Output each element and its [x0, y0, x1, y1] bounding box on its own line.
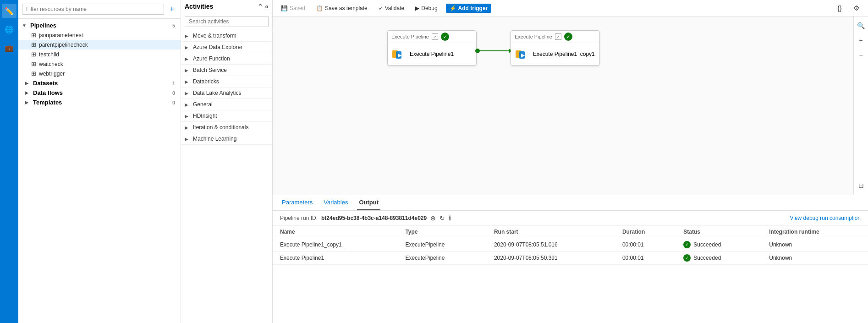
fit-view-icon[interactable]: ⊡ [856, 180, 867, 191]
template-icon: 📋 [316, 5, 323, 11]
activity-group-hdinsight[interactable]: ▶ HDInsight [181, 110, 272, 122]
close-panel-icon[interactable]: « [265, 3, 269, 10]
pipeline-item-jsonparametertest[interactable]: ⊞ jsonparametertest [18, 30, 181, 40]
code-view-button[interactable]: {} [833, 2, 846, 15]
col-header-run-start: Run start [487, 226, 615, 238]
view-debug-link[interactable]: View debug run consumption [790, 215, 861, 221]
activity-group-general[interactable]: ▶ General [181, 99, 272, 110]
col-header-name: Name [273, 226, 398, 238]
activity-group-batch-service[interactable]: ▶ Batch Service [181, 65, 272, 76]
bottom-panel-tabs: Parameters Variables Output [273, 195, 868, 211]
pipelines-chevron-icon: ▼ [22, 23, 28, 28]
pipelines-tree-item[interactable]: ▼ Pipelines 5 [18, 21, 181, 30]
zoom-out-icon[interactable]: − [856, 49, 867, 60]
node1-body: ▶ Execute Pipeline1 [388, 43, 476, 65]
add-trigger-button[interactable]: ⚡ Add trigger [446, 4, 492, 13]
activities-header-icons: ⌃ « [258, 3, 269, 10]
bottom-panel: Parameters Variables Output Pipeline run… [273, 195, 868, 323]
resource-panel: + ▼ Pipelines 5 ⊞ jsonparametertest ⊞ pa… [18, 0, 181, 323]
refresh-run-icon[interactable]: ↻ [439, 214, 445, 222]
col-header-runtime: Integration runtime [762, 226, 868, 238]
pipeline-node-1[interactable]: Execute Pipeline ↗ ✓ ▶ Execute Pipeline1 [387, 30, 477, 66]
activities-panel: Activities ⌃ « ▶ Move & transform ▶ Azur… [181, 0, 273, 323]
datasets-chevron-icon: ▶ [25, 81, 31, 86]
templates-tree-item[interactable]: ▶ Templates 0 [18, 98, 181, 107]
node2-body: ▶ Execute Pipeline1_copy1 [511, 43, 599, 65]
tab-output[interactable]: Output [357, 195, 380, 210]
resource-tree: ▼ Pipelines 5 ⊞ jsonparametertest ⊞ pare… [18, 19, 181, 323]
resource-panel-header: + [18, 0, 181, 19]
pipeline-icon: ⊞ [31, 60, 36, 67]
activity-chevron-icon: ▶ [185, 137, 190, 142]
debug-icon: ▶ [415, 5, 419, 11]
node1-external-link-icon[interactable]: ↗ [432, 33, 438, 40]
copy-run-id-icon[interactable]: ⊕ [430, 214, 436, 222]
activity-chevron-icon: ▶ [185, 56, 190, 61]
pipeline-node-2[interactable]: Execute Pipeline ↗ ✓ ▶ Execute Pipeline1… [511, 30, 600, 66]
pipeline-item-waitcheck[interactable]: ⊞ waitcheck [18, 59, 181, 69]
row2-status: ✓ Succeeded [676, 252, 762, 265]
row2-runtime: Unknown [762, 252, 868, 265]
activity-group-machine-learning[interactable]: ▶ Machine Learning [181, 133, 272, 145]
col-header-type: Type [398, 226, 487, 238]
info-run-icon[interactable]: ℹ [449, 214, 451, 222]
output-table: Name Type Run start Duration Status Inte… [273, 226, 868, 265]
pipeline-canvas[interactable]: Execute Pipeline ↗ ✓ ▶ Execute Pipeline1 [273, 16, 868, 195]
row1-type: ExecutePipeline [398, 238, 487, 252]
resource-filter-input[interactable] [22, 4, 164, 15]
canvas-right-icons: 🔍 + − ⊡ [853, 16, 868, 195]
pipeline-item-webtrigger[interactable]: ⊞ webtrigger [18, 69, 181, 78]
row1-name: Execute Pipeline1_copy1 [273, 238, 398, 252]
add-resource-button[interactable]: + [167, 4, 177, 14]
pipeline-item-testchild[interactable]: ⊞ testchild [18, 49, 181, 59]
activity-group-azure-data-explorer[interactable]: ▶ Azure Data Explorer [181, 42, 272, 53]
debug-button[interactable]: ▶ Debug [412, 4, 440, 12]
node2-external-link-icon[interactable]: ↗ [555, 33, 561, 40]
tab-parameters[interactable]: Parameters [280, 195, 314, 210]
svg-text:▶: ▶ [521, 53, 525, 58]
pencil-sidebar-icon[interactable]: ✏️ [2, 4, 16, 18]
activity-group-databricks[interactable]: ▶ Databricks [181, 76, 272, 88]
pipeline-item-parentpipelinecheck[interactable]: ⊞ parentpipelinecheck [18, 40, 181, 49]
search-canvas-icon[interactable]: 🔍 [856, 20, 867, 31]
row2-type: ExecutePipeline [398, 252, 487, 265]
collapse-icon[interactable]: ⌃ [258, 3, 263, 10]
zoom-in-icon[interactable]: + [856, 35, 867, 46]
run-id-value: bf24ed95-bc38-4b3c-a148-893811d4e029 [321, 215, 427, 221]
row2-status-icon: ✓ [683, 254, 691, 262]
activity-group-data-lake-analytics[interactable]: ▶ Data Lake Analytics [181, 88, 272, 99]
dataflows-tree-item[interactable]: ▶ Data flows 0 [18, 88, 181, 98]
settings-button[interactable]: ⚙ [850, 2, 863, 15]
activity-chevron-icon: ▶ [185, 33, 190, 38]
datasets-tree-item[interactable]: ▶ Datasets 1 [18, 78, 181, 88]
table-header-row: Name Type Run start Duration Status Inte… [273, 226, 868, 238]
pipeline-icon: ⊞ [31, 70, 36, 77]
connector [478, 50, 510, 51]
activity-group-azure-function[interactable]: ▶ Azure Function [181, 53, 272, 65]
activities-search-input[interactable] [185, 16, 269, 27]
tab-variables[interactable]: Variables [322, 195, 350, 210]
briefcase-sidebar-icon[interactable]: 💼 [2, 40, 16, 55]
activity-group-move-transform[interactable]: ▶ Move & transform [181, 30, 272, 42]
activities-search-container [181, 13, 272, 30]
node2-status-icon: ✓ [564, 33, 572, 41]
activities-list: ▶ Move & transform ▶ Azure Data Explorer… [181, 30, 272, 323]
row2-duration: 00:00:01 [615, 252, 676, 265]
output-table-body: Execute Pipeline1_copy1 ExecutePipeline … [273, 238, 868, 265]
row1-run-start: 2020-09-07T08:05:51.016 [487, 238, 615, 252]
run-id-label: Pipeline run ID: [280, 215, 318, 221]
row1-runtime: Unknown [762, 238, 868, 252]
save-template-button[interactable]: 📋 Save as template [313, 4, 370, 12]
pipeline-icon: ⊞ [31, 32, 36, 38]
node1-header-label: Execute Pipeline [391, 34, 429, 39]
node2-header: Execute Pipeline ↗ ✓ [511, 31, 599, 43]
svg-text:▶: ▶ [398, 53, 402, 58]
globe-sidebar-icon[interactable]: 🌐 [2, 22, 16, 37]
node1-status-icon: ✓ [441, 33, 449, 41]
activity-chevron-icon: ▶ [185, 68, 190, 73]
node2-name: Execute Pipeline1_copy1 [533, 51, 595, 57]
activity-group-iteration-conditionals[interactable]: ▶ Iteration & conditionals [181, 122, 272, 133]
left-icon-sidebar: ✏️ 🌐 💼 [0, 0, 18, 323]
validate-button[interactable]: ✓ Validate [376, 4, 407, 12]
row2-name: Execute Pipeline1 [273, 252, 398, 265]
